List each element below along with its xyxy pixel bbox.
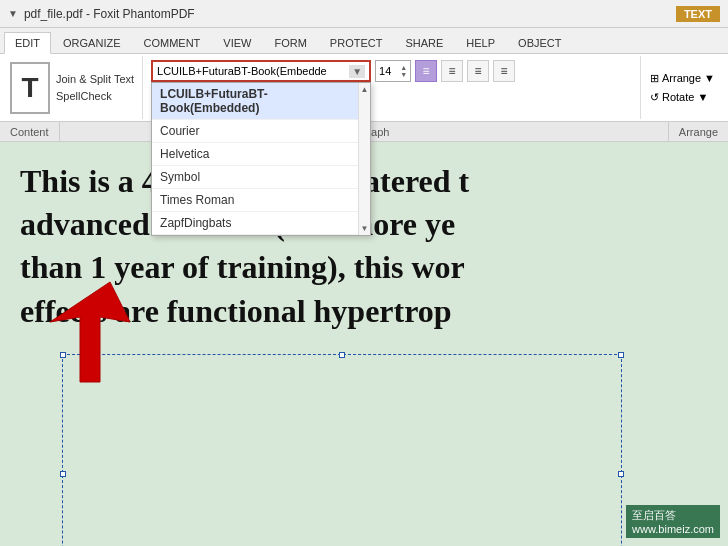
scroll-up-arrow[interactable]: ▲ [361, 85, 369, 94]
arrange-button[interactable]: ⊞ Arrange ▼ [647, 71, 718, 86]
title-bar: ▼ pdf_file.pdf - Foxit PhantomPDF TEXT [0, 0, 728, 28]
font-dropdown-arrow[interactable]: ▼ [349, 65, 365, 78]
rotate-icon: ↺ [650, 91, 659, 104]
title-bar-left: ▼ pdf_file.pdf - Foxit PhantomPDF [8, 7, 195, 21]
align-center-button[interactable]: ≡ [441, 60, 463, 82]
font-name-display: LCUILB+FuturaBT-Book(Embedde [157, 65, 327, 77]
content-section-label: Content [0, 122, 60, 141]
font-option-symbol[interactable]: Symbol [152, 166, 370, 189]
tab-edit[interactable]: EDIT [4, 32, 51, 54]
arrange-section-label: Arrange [668, 122, 728, 141]
red-arrow-annotation [10, 272, 130, 392]
tab-comment[interactable]: COMMENT [133, 32, 212, 53]
font-size-up[interactable]: ▲ [400, 64, 407, 71]
font-size-spinners[interactable]: ▲ ▼ [400, 64, 407, 78]
tab-form[interactable]: FORM [263, 32, 317, 53]
rotate-dropdown-arrow[interactable]: ▼ [697, 91, 708, 103]
arrange-icon: ⊞ [650, 72, 659, 85]
ribbon-bar: T Join & Split Text SpellCheck LCUILB+Fu… [0, 54, 728, 122]
window-title: pdf_file.pdf - Foxit PhantomPDF [24, 7, 195, 21]
window-arrow: ▼ [8, 8, 18, 19]
tab-help[interactable]: HELP [455, 32, 506, 53]
font-option-courier[interactable]: Courier [152, 120, 370, 143]
ribbon-arrange-section: ⊞ Arrange ▼ ↺ Rotate ▼ [640, 56, 724, 119]
tab-protect[interactable]: PROTECT [319, 32, 394, 53]
font-option-helvetica[interactable]: Helvetica [152, 143, 370, 166]
font-dropdown-list[interactable]: LCUILB+FuturaBT-Book(Embedded) Courier H… [151, 82, 371, 236]
handle-top-right[interactable] [618, 352, 624, 358]
font-size-input[interactable]: 14 ▲ ▼ [375, 60, 411, 82]
handle-top-middle[interactable] [339, 352, 345, 358]
ribbon-font-section: LCUILB+FuturaBT-Book(Embedde ▼ 14 ▲ ▼ ≡ … [147, 56, 636, 119]
watermark-line2: www.bimeiz.com [632, 523, 714, 535]
tab-organize[interactable]: ORGANIZE [52, 32, 131, 53]
font-option-times-roman[interactable]: Times Roman [152, 189, 370, 212]
rotate-label: Rotate [662, 91, 694, 103]
font-option-embedded[interactable]: LCUILB+FuturaBT-Book(Embedded) [152, 83, 370, 120]
svg-marker-0 [50, 282, 130, 382]
join-split-text-button[interactable]: Join & Split Text [54, 72, 136, 86]
arrange-dropdown-arrow[interactable]: ▼ [704, 72, 715, 84]
ribbon-text-section: T Join & Split Text SpellCheck [4, 56, 143, 119]
tab-share[interactable]: SHARE [394, 32, 454, 53]
text-tools-list: Join & Split Text SpellCheck [54, 72, 136, 103]
scroll-down-arrow[interactable]: ▼ [361, 224, 369, 233]
watermark-line1: 至启百答 [632, 508, 714, 523]
spellcheck-button[interactable]: SpellCheck [54, 89, 136, 103]
handle-middle-left[interactable] [60, 471, 66, 477]
arrange-label: Arrange [662, 72, 701, 84]
text-selection-box [62, 354, 622, 546]
align-right-button[interactable]: ≡ [467, 60, 489, 82]
font-row: LCUILB+FuturaBT-Book(Embedde ▼ 14 ▲ ▼ ≡ … [151, 60, 632, 82]
justify-button[interactable]: ≡ [493, 60, 515, 82]
arrange-rotate-group: ⊞ Arrange ▼ ↺ Rotate ▼ [647, 71, 718, 105]
ribbon-tabs: EDIT ORGANIZE COMMENT VIEW FORM PROTECT … [0, 28, 728, 54]
tab-object[interactable]: OBJECT [507, 32, 572, 53]
font-selector[interactable]: LCUILB+FuturaBT-Book(Embedde ▼ [151, 60, 371, 82]
text-mode-badge: TEXT [676, 6, 720, 22]
align-left-button[interactable]: ≡ [415, 60, 437, 82]
font-dropdown-scrollbar[interactable]: ▲ ▼ [358, 83, 370, 235]
tab-view[interactable]: VIEW [212, 32, 262, 53]
text-tool-icon[interactable]: T [10, 62, 50, 114]
rotate-button[interactable]: ↺ Rotate ▼ [647, 90, 718, 105]
font-size-value: 14 [379, 65, 391, 77]
handle-middle-right[interactable] [618, 471, 624, 477]
watermark: 至启百答 www.bimeiz.com [626, 505, 720, 538]
font-size-down[interactable]: ▼ [400, 71, 407, 78]
font-option-zapfdingbats[interactable]: ZapfDingbats [152, 212, 370, 235]
